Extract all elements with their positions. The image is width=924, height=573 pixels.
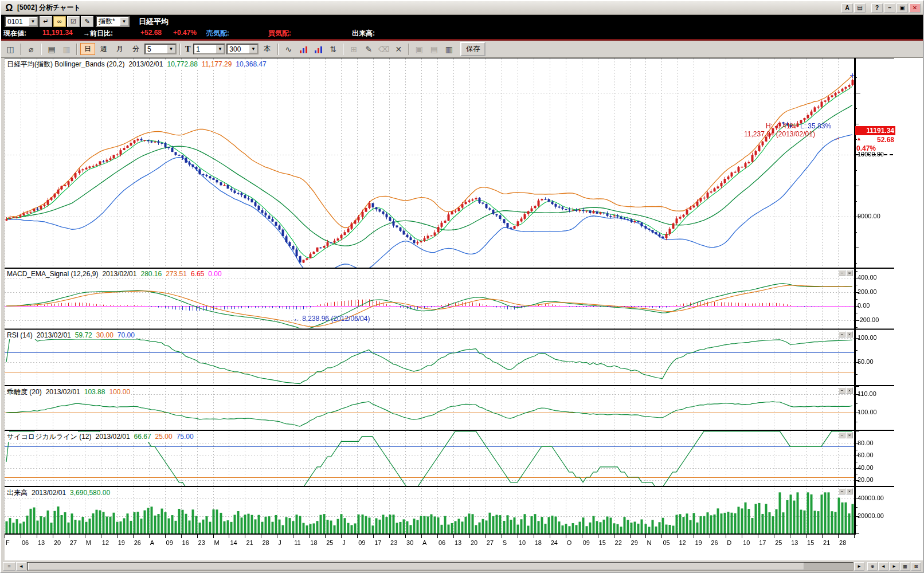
panel-date: 2013/02/01	[37, 331, 71, 339]
layout-select-button: ▣	[412, 43, 426, 56]
weekly-button[interactable]: 週	[96, 43, 111, 55]
binoculars-watch-button[interactable]: ∞	[53, 16, 66, 27]
updown-arrows-button[interactable]: ⇅	[326, 43, 340, 56]
panel-minimize-button[interactable]: −	[839, 432, 845, 438]
scroll-left-button[interactable]: ◄	[16, 562, 26, 571]
dropdown-arrow-icon[interactable]: ▼	[120, 17, 128, 26]
dropdown-arrow-icon[interactable]: ▼	[167, 45, 175, 53]
minute-interval-select[interactable]: 5▼	[144, 44, 177, 54]
panel-minimize-button[interactable]: −	[839, 387, 845, 394]
xaxis-label: 21	[246, 539, 253, 546]
axis-label-rsi: 100.00	[858, 334, 877, 341]
dropdown-arrow-icon[interactable]: ▼	[216, 45, 224, 53]
panel-buttons-macd: −×	[839, 270, 853, 276]
symbol-buttons: ↵∞☑✎	[40, 16, 93, 27]
panel-legend-vol: 出来高2013/02/013,690,580.00	[6, 488, 111, 498]
symbol-combo[interactable]: 0101 ▼	[5, 16, 38, 27]
scroll-right-button[interactable]: ►	[854, 562, 864, 571]
scrollbar-track[interactable]	[27, 562, 853, 571]
minimize-button[interactable]: –	[884, 3, 895, 13]
quote-bar: 0101 ▼ ↵∞☑✎ 指数* ▼ 日経平均 現在値: 11,191.34 →前…	[1, 15, 923, 39]
dropdown-arrow-icon[interactable]: ▼	[249, 45, 257, 53]
xaxis-label: 27	[70, 539, 77, 546]
duplicate-page-button: ▥	[60, 43, 73, 56]
toolbar-separator	[76, 44, 77, 55]
panel-close-button[interactable]: ×	[846, 432, 853, 438]
zoom-in-button[interactable]: ⊕	[867, 562, 878, 571]
xaxis-label: O	[567, 539, 572, 546]
xaxis-label: 09	[166, 539, 173, 546]
volume-overlay-2-button[interactable]	[311, 43, 325, 56]
xaxis-label: 13	[455, 539, 461, 546]
xaxis-label: 14	[230, 539, 237, 546]
close-panel-button[interactable]: ⊠	[911, 562, 921, 571]
xaxis-label: 30	[406, 539, 413, 546]
restore-button[interactable]: ▣	[896, 3, 908, 13]
instrument-name: 日経平均	[139, 17, 169, 27]
xaxis-label: 10	[743, 539, 750, 546]
save-button[interactable]: 保存	[460, 42, 486, 56]
current-price-label: 現在値:	[3, 29, 26, 38]
panel-value: 0.00	[208, 270, 221, 278]
axis-label-rsi: 50.00	[858, 358, 874, 365]
axis-label-kairi: 100.00	[858, 409, 877, 415]
bar-glyph	[315, 50, 316, 53]
category-combo[interactable]: 指数* ▼	[96, 16, 130, 27]
xaxis-label: 16	[182, 539, 189, 546]
toolbar-separator	[277, 44, 279, 55]
font-size-button[interactable]: A	[841, 3, 853, 13]
help-button[interactable]: ?	[871, 3, 883, 13]
volume-overlay-button[interactable]	[296, 43, 310, 56]
panel-close-button[interactable]: ×	[846, 331, 853, 337]
bar-count-select[interactable]: 300▼	[226, 44, 259, 54]
page-right-button[interactable]: ►	[889, 562, 899, 571]
page-left-button[interactable]: ◄	[878, 562, 888, 571]
volume-label: 出来高:	[352, 29, 375, 38]
panel-value: 25.00	[155, 433, 173, 441]
candlestick-chart-button[interactable]: ◫	[3, 43, 17, 56]
next-layout-button[interactable]: ▥	[442, 43, 456, 56]
daily-button[interactable]: 日	[80, 43, 95, 55]
xaxis-label: F	[6, 539, 10, 546]
axis-label-psy: 80.00	[858, 439, 874, 446]
panel-minimize-button[interactable]: −	[839, 331, 845, 337]
panel-minimize-button[interactable]: −	[839, 488, 845, 494]
close-button[interactable]: ✕	[909, 3, 921, 13]
xaxis-label: 11	[294, 539, 300, 546]
panel-date: 2013/02/01	[96, 433, 130, 441]
panel-close-button[interactable]: ×	[846, 488, 853, 494]
price-tag-change: ▲52.68	[855, 135, 895, 144]
symbol-input[interactable]: 0101	[6, 18, 29, 26]
current-price-tag: 11191.34 ▲52.68 0.47%	[855, 126, 895, 155]
xaxis-label: M	[86, 539, 91, 546]
xaxis-label: S	[503, 539, 507, 546]
edit-list-button[interactable]: ☑	[67, 16, 80, 27]
bar-unit-button[interactable]: 本	[260, 43, 275, 55]
app-window: Ω [5002] 分析チャート A▤?–▣✕ 0101 ▼ ↵∞☑✎ 指数* ▼…	[0, 0, 924, 573]
line-chart-button[interactable]: ∿	[281, 43, 295, 56]
xaxis-label: A	[422, 539, 426, 546]
xaxis-label: 17	[374, 539, 381, 546]
resize-grip[interactable]: ≡	[3, 562, 15, 571]
submit-symbol-button[interactable]: ↵	[40, 16, 52, 27]
scrollbar-thumb[interactable]	[28, 563, 804, 570]
delete-drawing-button[interactable]: ✕	[391, 43, 405, 56]
monthly-button[interactable]: 月	[112, 43, 127, 55]
copy-window-button[interactable]: ▤	[854, 3, 866, 13]
window-title: [5002] 分析チャート	[17, 3, 840, 13]
panel-title: サイコロジカルライン (12)	[7, 433, 92, 441]
draw-pencil-button[interactable]: ✎	[362, 43, 375, 56]
panel-value: 103.88	[84, 388, 105, 396]
minute-button[interactable]: 分	[128, 43, 143, 55]
clear-drawing-button[interactable]: ✎	[81, 16, 93, 27]
panel-minimize-button[interactable]: −	[839, 270, 845, 276]
panel-close-button[interactable]: ×	[846, 270, 853, 276]
xaxis-label: 22	[615, 539, 622, 546]
dropdown-arrow-icon[interactable]: ▼	[29, 17, 37, 26]
panel-close-button[interactable]: ×	[846, 387, 853, 394]
new-page-button[interactable]: ▤	[45, 43, 58, 56]
grid-view-button[interactable]: ▦	[900, 562, 910, 571]
tick-count-select[interactable]: 1▼	[193, 44, 225, 54]
zoom-chart-button[interactable]: ⌀	[24, 43, 38, 56]
bid-label: 買気配:	[268, 29, 291, 38]
